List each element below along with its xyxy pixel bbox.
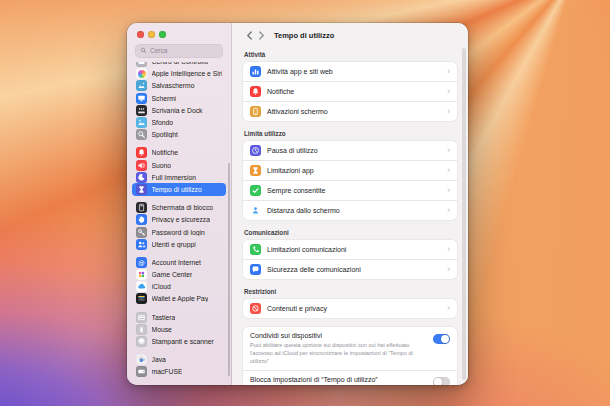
toggle-row-condividi-sui-dispositivi: Condividi sui dispositiviPuoi abilitare … xyxy=(243,327,457,370)
chevron-right-icon: › xyxy=(447,304,450,313)
back-button[interactable] xyxy=(243,29,255,43)
toggle-row-blocca-impostazioni-di-tempo-di-utilizzo: Blocca impostazioni di “Tempo di utilizz… xyxy=(243,370,457,385)
settings-row-sicurezza-delle-comunicazioni[interactable]: Sicurezza delle comunicazioni› xyxy=(243,259,457,279)
row-label: Attivazioni schermo xyxy=(267,108,328,115)
sidebar-item-macfuse[interactable]: macFUSE xyxy=(132,366,226,378)
content-scrollbar[interactable] xyxy=(462,48,466,380)
sidebar-item-label: Game Center xyxy=(152,271,193,278)
row-label: Limitazioni app xyxy=(267,167,314,174)
search-input[interactable]: Cerca xyxy=(135,44,223,58)
toggle-switch-condividi-sui-dispositivi[interactable] xyxy=(433,334,450,344)
sidebar-item-utenti-e-gruppi[interactable]: Utenti e gruppi xyxy=(132,238,226,250)
sidebar-item-label: Full Immersion xyxy=(152,174,197,181)
communication-limits-icon xyxy=(250,244,261,255)
zoom-button[interactable] xyxy=(159,31,166,38)
users-groups-icon xyxy=(136,239,147,250)
close-button[interactable] xyxy=(137,31,144,38)
system-settings-window: Cerca Centro di ControlloApple Intellige… xyxy=(127,23,468,385)
section-header-attivit: Attività xyxy=(244,51,456,58)
chevron-right-icon: › xyxy=(447,67,450,76)
downtime-icon xyxy=(250,145,261,156)
sidebar-item-label: Privacy e sicurezza xyxy=(152,216,211,223)
sidebar-item-label: Tastiera xyxy=(152,314,176,321)
window-controls xyxy=(127,23,231,38)
sidebar-group-gap xyxy=(132,141,226,147)
row-label: Distanza dallo schermo xyxy=(267,207,340,214)
svg-text:@: @ xyxy=(138,259,144,267)
sidebar-item-centro-di-controllo[interactable]: Centro di Controllo xyxy=(132,62,226,68)
sidebar-item-label: Centro di Controllo xyxy=(152,62,209,66)
sidebar-item-label: iCloud xyxy=(152,283,171,290)
focus-icon xyxy=(136,172,147,183)
sidebar-item-wallet-e-apple-pay[interactable]: Wallet e Apple Pay xyxy=(132,293,226,305)
settings-row-notifiche[interactable]: Notifiche› xyxy=(243,81,457,101)
settings-card: Attività app e siti web›Notifiche›Attiva… xyxy=(243,62,457,121)
sidebar-item-tempo-di-utilizzo[interactable]: Tempo di utilizzo xyxy=(132,183,226,195)
sidebar-scrollbar[interactable] xyxy=(228,163,231,376)
section-header-restrizioni: Restrizioni xyxy=(244,288,456,295)
sidebar-item-apple-intelligence-e-siri[interactable]: Apple Intelligence e Siri xyxy=(132,68,226,80)
settings-card: Limitazioni comunicazioni›Sicurezza dell… xyxy=(243,240,457,279)
sidebar-item-java[interactable]: Java xyxy=(132,354,226,366)
lock-screen-icon xyxy=(136,202,147,213)
sidebar-item-label: Java xyxy=(152,356,166,363)
toggle-text: Condividi sui dispositiviPuoi abilitare … xyxy=(250,332,422,365)
sidebar-item-schermi[interactable]: Schermi xyxy=(132,92,226,104)
sidebar-item-label: Mouse xyxy=(152,326,172,333)
sidebar-item-scrivania-e-dock[interactable]: Scrivania e Dock xyxy=(132,104,226,116)
settings-sidebar: Cerca Centro di ControlloApple Intellige… xyxy=(127,23,232,385)
sidebar-item-stampanti-e-scanner[interactable]: Stampanti e scanner xyxy=(132,335,226,347)
sidebar-item-tastiera[interactable]: Tastiera xyxy=(132,311,226,323)
sidebar-item-full-immersion[interactable]: Full Immersion xyxy=(132,171,226,183)
sidebar-item-mouse[interactable]: Mouse xyxy=(132,323,226,335)
sidebar-item-icloud[interactable]: iCloud xyxy=(132,281,226,293)
toggle-text: Blocca impostazioni di “Tempo di utilizz… xyxy=(250,376,422,385)
sidebar-item-notifiche[interactable]: Notifiche xyxy=(132,147,226,159)
app-activity-icon xyxy=(250,66,261,77)
icloud-icon xyxy=(136,281,147,292)
sidebar-group-gap xyxy=(132,196,226,202)
row-label: Sempre consentite xyxy=(267,187,325,194)
spotlight-icon xyxy=(136,129,147,140)
sidebar-item-game-center[interactable]: Game Center xyxy=(132,269,226,281)
sidebar-item-label: Schermata di blocco xyxy=(152,204,214,211)
macfuse-icon xyxy=(136,366,147,377)
sidebar-item-label: Password di login xyxy=(152,229,205,236)
sidebar-item-schermata-di-blocco[interactable]: Schermata di blocco xyxy=(132,202,226,214)
sidebar-item-privacy-e-sicurezza[interactable]: Privacy e sicurezza xyxy=(132,214,226,226)
sidebar-item-account-internet[interactable]: @Account Internet xyxy=(132,256,226,268)
sidebar-item-label: Notifiche xyxy=(152,149,178,156)
minimize-button[interactable] xyxy=(148,31,155,38)
chevron-right-icon xyxy=(258,31,265,40)
settings-card: Contenuti e privacy› xyxy=(243,299,457,318)
settings-row-attivazioni-schermo[interactable]: Attivazioni schermo› xyxy=(243,101,457,121)
screensaver-icon xyxy=(136,80,147,91)
settings-row-limitazioni-comunicazioni[interactable]: Limitazioni comunicazioni› xyxy=(243,240,457,259)
sidebar-item-label: macFUSE xyxy=(152,368,183,375)
game-center-icon xyxy=(136,269,147,280)
sidebar-group-gap xyxy=(132,348,226,354)
settings-row-limitazioni-app[interactable]: Limitazioni app› xyxy=(243,160,457,180)
toggle-switch-blocca-impostazioni-di-tempo-di-utilizzo[interactable] xyxy=(433,377,450,385)
sidebar-item-spotlight[interactable]: Spotlight xyxy=(132,129,226,141)
chevron-right-icon: › xyxy=(447,206,450,215)
sidebar-item-sfondo[interactable]: Sfondo xyxy=(132,116,226,128)
sidebar-item-label: Suono xyxy=(152,162,172,169)
notifications-icon xyxy=(136,147,147,158)
row-label: Pausa di utilizzo xyxy=(267,147,318,154)
forward-button[interactable] xyxy=(255,29,267,43)
page-title: Tempo di utilizzo xyxy=(274,31,334,40)
settings-row-pausa-di-utilizzo[interactable]: Pausa di utilizzo› xyxy=(243,141,457,160)
settings-row-attivit-app-e-siti-web[interactable]: Attività app e siti web› xyxy=(243,62,457,81)
settings-row-distanza-dallo-schermo[interactable]: Distanza dallo schermo› xyxy=(243,200,457,220)
sidebar-item-label: Tempo di utilizzo xyxy=(152,186,202,193)
login-password-icon xyxy=(136,227,147,238)
app-limits-icon xyxy=(250,165,261,176)
settings-row-contenuti-e-privacy[interactable]: Contenuti e privacy› xyxy=(243,299,457,318)
sidebar-item-suono[interactable]: Suono xyxy=(132,159,226,171)
settings-row-sempre-consentite[interactable]: Sempre consentite› xyxy=(243,180,457,200)
sidebar-item-password-di-login[interactable]: Password di login xyxy=(132,226,226,238)
printer-icon xyxy=(136,336,147,347)
sidebar-item-salvaschermo[interactable]: Salvaschermo xyxy=(132,80,226,92)
content-header: Tempo di utilizzo xyxy=(243,23,457,48)
